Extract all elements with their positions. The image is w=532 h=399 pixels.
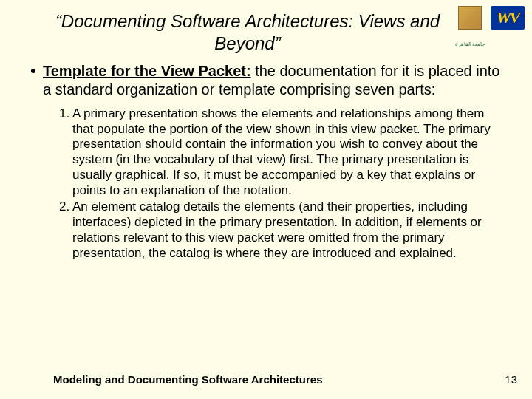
- footer-text: Modeling and Documenting Software Archit…: [53, 373, 322, 386]
- bullet-icon: [31, 69, 35, 73]
- logo-area: جامعة القاهرة WV: [452, 6, 525, 47]
- cairo-logo-text: جامعة القاهرة: [452, 41, 488, 47]
- slide-body: Template for the View Packet: the docume…: [0, 55, 532, 261]
- cairo-university-logo: جامعة القاهرة: [452, 6, 488, 47]
- list-item: 2. An element catalog details the elemen…: [59, 200, 501, 261]
- wvu-logo-text: WV: [497, 8, 519, 27]
- page-number: 13: [505, 373, 517, 386]
- numbered-list: 1. A primary presentation shows the elem…: [27, 106, 505, 261]
- bullet-lead: Template for the View Packet:: [43, 63, 251, 79]
- slide-footer: Modeling and Documenting Software Archit…: [0, 373, 532, 386]
- wvu-logo: WV: [491, 6, 525, 30]
- list-item: 1. A primary presentation shows the elem…: [59, 106, 501, 198]
- bullet-item: Template for the View Packet: the docume…: [27, 62, 505, 99]
- bullet-text: Template for the View Packet: the docume…: [43, 62, 505, 99]
